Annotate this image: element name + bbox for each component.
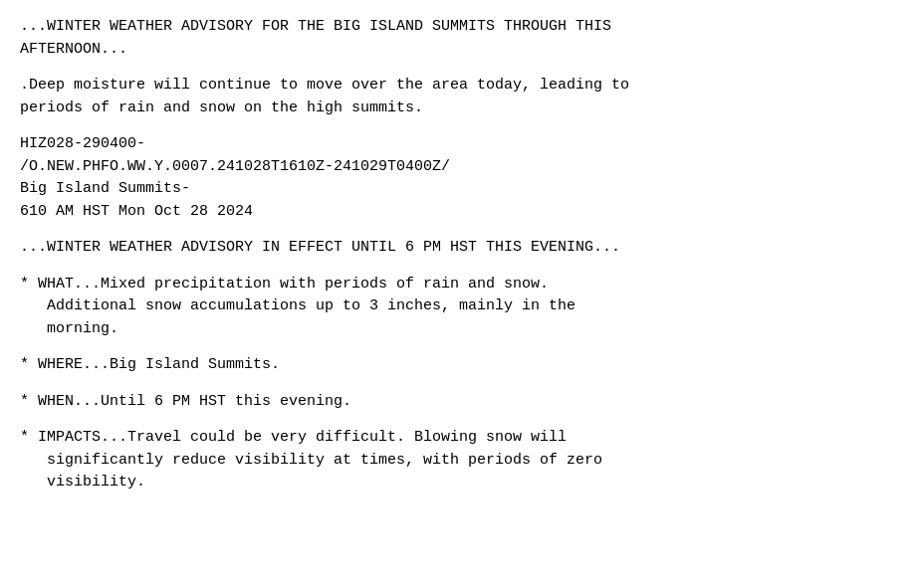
- advisory-line-headline1: ...WINTER WEATHER ADVISORY FOR THE BIG I…: [20, 16, 898, 61]
- advisory-line-blank7: [20, 413, 898, 427]
- advisory-line-when: * WHEN...Until 6 PM HST this evening.: [20, 391, 898, 414]
- advisory-line-blank4: [20, 260, 898, 274]
- advisory-line-meta: HIZ028-290400- /O.NEW.PHFO.WW.Y.0007.241…: [20, 133, 898, 223]
- advisory-line-blank3: [20, 223, 898, 237]
- advisory-line-blank5: [20, 340, 898, 354]
- advisory-line-headline2: ...WINTER WEATHER ADVISORY IN EFFECT UNT…: [20, 237, 898, 260]
- advisory-line-blank2: [20, 119, 898, 133]
- advisory-line-blank1: [20, 61, 898, 75]
- advisory-line-blank6: [20, 377, 898, 391]
- advisory-line-impacts: * IMPACTS...Travel could be very difficu…: [20, 427, 898, 494]
- advisory-line-what: * WHAT...Mixed precipitation with period…: [20, 274, 898, 341]
- weather-advisory-content: ...WINTER WEATHER ADVISORY FOR THE BIG I…: [20, 16, 898, 494]
- advisory-line-where: * WHERE...Big Island Summits.: [20, 354, 898, 377]
- advisory-line-intro: .Deep moisture will continue to move ove…: [20, 75, 898, 119]
